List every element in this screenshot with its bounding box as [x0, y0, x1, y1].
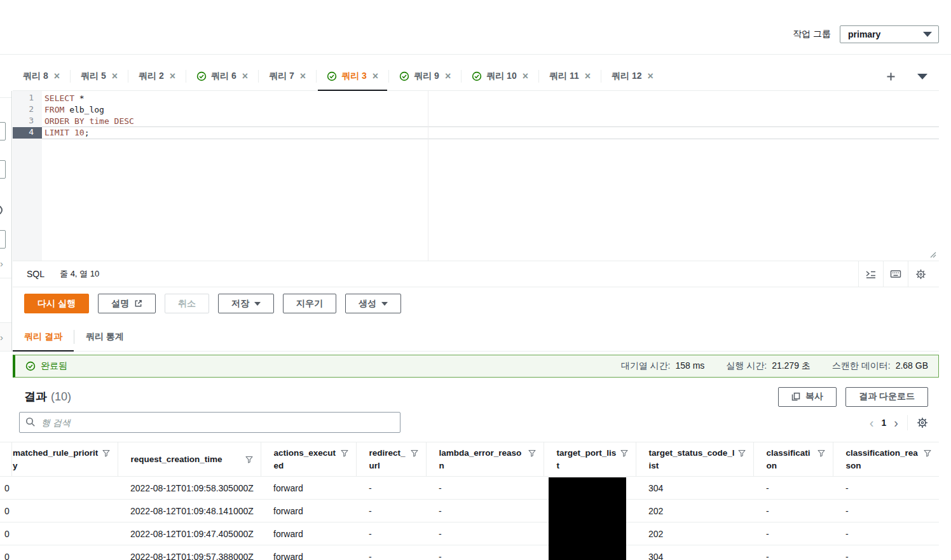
metric-value: 2.68 GB — [896, 360, 928, 372]
column-header-actions-executed[interactable]: actions_executed — [261, 442, 356, 477]
resize-handle-icon[interactable] — [930, 252, 936, 258]
sql-keyword: FROM — [44, 105, 69, 114]
filter-icon[interactable] — [738, 449, 746, 457]
tab-query-results[interactable]: 쿼리 결과 — [13, 323, 74, 351]
table-row: 0 2022-08-12T01:09:58.305000Z forward - … — [0, 477, 939, 500]
sql-editor[interactable]: 1 2 3 4 SELECT * FROM elb_log ORDER BY t… — [13, 91, 939, 261]
next-page-button[interactable]: › — [894, 416, 898, 429]
close-icon[interactable]: × — [445, 71, 451, 81]
athena-query-editor: 작업 그룹 primary 쿼리 8 × 쿼리 5 × 쿼리 2 × 쿼리 6 … — [0, 0, 951, 560]
close-icon[interactable]: × — [54, 71, 60, 81]
success-check-icon — [196, 71, 207, 81]
new-tab-button[interactable] — [884, 69, 898, 84]
filter-icon[interactable] — [924, 449, 931, 457]
cell-value: - — [766, 483, 769, 493]
filter-icon[interactable] — [102, 449, 110, 457]
current-page[interactable]: 1 — [882, 418, 887, 428]
filter-icon[interactable] — [411, 449, 418, 457]
tab-label: 쿼리 7 — [269, 71, 294, 82]
tab-query-9[interactable]: 쿼리 9 × — [389, 62, 461, 90]
code-line: SELECT * — [44, 93, 134, 104]
tab-query-6[interactable]: 쿼리 6 × — [186, 62, 258, 90]
generate-button[interactable]: 생성 — [345, 294, 401, 313]
format-code-button[interactable] — [858, 261, 883, 287]
close-icon[interactable]: × — [585, 71, 591, 81]
column-header-lambda-error-reason[interactable]: lambda_error_reason — [426, 442, 544, 477]
column-header-request-creation-time[interactable]: request_creation_time — [118, 442, 261, 477]
workgroup-label: 작업 그룹 — [793, 29, 831, 40]
tab-query-11[interactable]: 쿼리 11 × — [539, 62, 601, 90]
keyboard-shortcuts-button[interactable] — [883, 261, 908, 287]
cell-value: - — [439, 552, 442, 560]
filter-icon[interactable] — [341, 449, 348, 457]
filter-icon[interactable] — [245, 456, 253, 463]
results-table: matched_rule_priority request_creation_t… — [0, 442, 939, 560]
explain-label: 설명 — [111, 298, 129, 310]
success-check-icon — [472, 71, 482, 81]
redacted-region — [549, 477, 626, 560]
generate-label: 생성 — [359, 298, 376, 310]
row-search-input[interactable] — [19, 412, 400, 433]
sql-code[interactable]: SELECT * FROM elb_log ORDER BY time DESC… — [44, 93, 134, 139]
filter-icon[interactable] — [528, 449, 536, 457]
column-header-matched-rule-priority[interactable]: matched_rule_priority — [0, 442, 118, 477]
column-label: actions_executed — [274, 447, 338, 472]
panel-input-fragment — [0, 122, 6, 140]
close-icon[interactable]: × — [112, 71, 118, 81]
line-number: 1 — [13, 93, 42, 104]
clear-button[interactable]: 지우기 — [283, 294, 336, 313]
tab-query-7[interactable]: 쿼리 7 × — [259, 62, 316, 90]
line-number: 2 — [13, 104, 42, 116]
tab-query-stats[interactable]: 쿼리 통계 — [74, 323, 135, 351]
close-icon[interactable]: × — [648, 71, 653, 81]
column-header-redirect-url[interactable]: redirect_url — [356, 442, 426, 477]
panel-input-fragment — [0, 230, 6, 249]
close-icon[interactable]: × — [300, 71, 306, 81]
tab-query-5[interactable]: 쿼리 5 × — [71, 62, 128, 90]
chevron-right-icon[interactable]: › — [0, 259, 3, 268]
cell-value: forward — [273, 506, 303, 516]
close-icon[interactable]: × — [170, 71, 175, 81]
rerun-button[interactable]: 다시 실행 — [24, 294, 89, 313]
cell-value: 0 — [4, 552, 10, 560]
download-results-button[interactable]: 결과 다운로드 — [845, 387, 928, 407]
metric-label: 대기열 시간: — [621, 360, 671, 372]
copy-button[interactable]: 복사 — [778, 387, 837, 407]
result-tab-bar: 쿼리 결과 쿼리 통계 — [13, 323, 939, 352]
column-header-classification-reason[interactable]: classification_reason — [833, 442, 939, 477]
column-label: target_port_list — [557, 447, 618, 472]
panel-icon-fragment — [0, 205, 3, 215]
save-label: 저장 — [231, 298, 249, 310]
save-button[interactable]: 저장 — [218, 294, 274, 313]
previous-page-button[interactable]: ‹ — [870, 416, 874, 429]
cell-value: 304 — [648, 552, 663, 560]
tab-query-2[interactable]: 쿼리 2 × — [128, 62, 186, 90]
tab-query-8[interactable]: 쿼리 8 × — [13, 62, 70, 90]
filter-icon[interactable] — [818, 449, 825, 457]
editor-gutter: 1 2 3 4 — [13, 91, 42, 261]
tab-query-10[interactable]: 쿼리 10 × — [462, 62, 538, 90]
results-actions: 복사 결과 다운로드 — [778, 387, 928, 407]
tab-query-3-active[interactable]: 쿼리 3 × — [317, 62, 388, 90]
copy-label: 복사 — [805, 391, 823, 402]
tab-list-dropdown-button[interactable] — [915, 71, 930, 82]
explain-button[interactable]: 설명 — [98, 294, 156, 313]
editor-settings-button[interactable] — [908, 261, 933, 287]
download-label: 결과 다운로드 — [859, 391, 915, 402]
close-icon[interactable]: × — [523, 71, 528, 81]
close-icon[interactable]: × — [242, 71, 248, 81]
column-header-target-status-code-list[interactable]: target_status_code_list — [636, 442, 753, 477]
close-icon[interactable]: × — [373, 71, 378, 81]
cancel-button[interactable]: 취소 — [165, 294, 209, 313]
active-line-highlight — [42, 126, 939, 139]
column-header-target-port-list[interactable]: target_port_list — [544, 442, 636, 477]
workgroup-select[interactable]: primary — [840, 25, 939, 43]
tab-query-12[interactable]: 쿼리 12 × — [601, 62, 664, 90]
cell-value: 2022-08-12T01:09:57.388000Z — [130, 552, 254, 560]
filter-icon[interactable] — [620, 449, 628, 457]
tab-label: 쿼리 10 — [486, 71, 516, 82]
table-settings-gear-icon[interactable] — [917, 417, 928, 428]
column-header-classification[interactable]: classification — [753, 442, 833, 477]
chevron-right-icon[interactable]: › — [0, 332, 3, 342]
cell-value: 2022-08-12T01:09:48.141000Z — [130, 506, 254, 516]
